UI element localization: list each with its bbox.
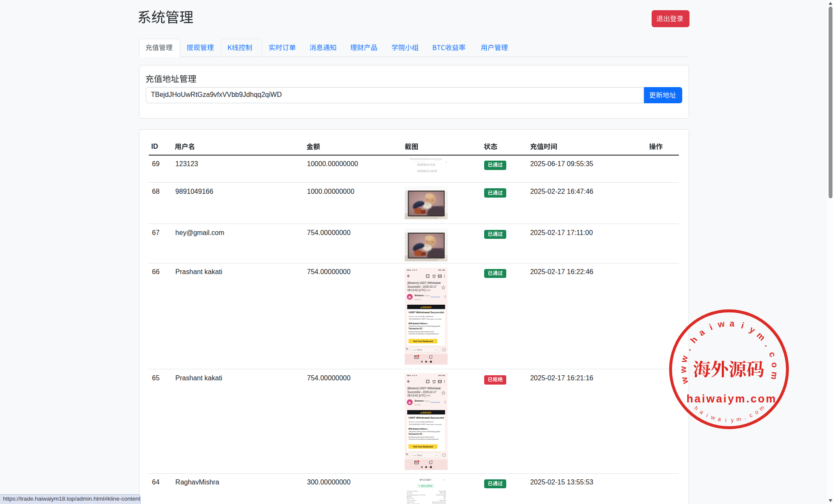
svg-text:↪: ↪ <box>436 454 437 456</box>
svg-text:b4190cd1ab1f15a6b7e48fcf1f1f1f: b4190cd1ab1f15a6b7e48fcf1f1f1f1 <box>408 436 434 438</box>
svg-text:o: o <box>753 408 759 416</box>
svg-text:w: w <box>678 376 689 385</box>
svg-text:Successful - 2025-02-17: Successful - 2025-02-17 <box>407 285 437 288</box>
svg-text:37b7455c25312f0e6e7ec6de623a65: 37b7455c25312f0e6e7ec6de623a65a01f <box>408 438 439 440</box>
svg-text:Withdrawal Address :: Withdrawal Address : <box>408 428 428 430</box>
svg-text:754.00000000 USDT from your ac: 754.00000000 USDT from your account. <box>408 423 442 425</box>
svg-text:c: c <box>767 350 778 358</box>
svg-text:10006.060 INR: 10006.060 INR <box>436 494 446 496</box>
svg-text:w: w <box>717 318 726 329</box>
svg-text:↪: ↪ <box>436 349 437 351</box>
svg-text:a: a <box>729 318 735 328</box>
svg-text:USDT Withdrawal Successful: USDT Withdrawal Successful <box>408 416 444 419</box>
svg-text:◆ BINANCE: ◆ BINANCE <box>420 411 431 413</box>
svg-text:Reply: Reply <box>417 349 422 351</box>
svg-text:m: m <box>769 371 780 380</box>
svg-text:y: y <box>731 416 734 423</box>
svg-text:TBejdJHoUwRtGza9vfxVVbb9Jdhqq2: TBejdJHoUwRtGza9vfxVVbb9Jdhqq2qiWD <box>408 325 440 327</box>
svg-text:w: w <box>710 413 716 421</box>
svg-text:754.00000000 USDT from your ac: 754.00000000 USDT from your account. <box>408 318 442 320</box>
svg-text:Binance: Binance <box>414 399 423 402</box>
svg-text:Successful - 2025-02-17: Successful - 2025-02-17 <box>407 390 437 393</box>
svg-text:a: a <box>698 408 705 416</box>
svg-text:w: w <box>678 354 689 364</box>
svg-text:to me ▾: to me ▾ <box>414 403 421 405</box>
svg-text:B: B <box>408 400 411 404</box>
svg-text:1:42 pm: 1:42 pm <box>424 294 430 297</box>
svg-text:Quantity: Quantity <box>407 492 412 494</box>
svg-text:37b7455c25312f0e6e7ec6de623a65: 37b7455c25312f0e6e7ec6de623a65a01f <box>408 333 439 335</box>
svg-text::: : <box>445 164 446 167</box>
svg-text:m: m <box>755 330 767 342</box>
svg-text:m: m <box>758 404 766 412</box>
svg-text:Transaction ID :: Transaction ID : <box>408 433 423 435</box>
svg-text:Withdrawal Address :: Withdrawal Address : <box>408 323 428 325</box>
svg-text:08:13:42 (UTC): 08:13:42 (UTC) <box>407 394 426 397</box>
svg-text:a: a <box>717 416 722 422</box>
svg-text:2025/6/13 9:51: 2025/6/13 9:51 <box>417 163 436 166</box>
svg-text:h: h <box>688 334 699 345</box>
svg-text:1:42 pm: 1:42 pm <box>424 399 430 402</box>
svg-text:m: m <box>736 416 741 423</box>
svg-text:B: B <box>408 295 411 299</box>
svg-text:Reply: Reply <box>417 454 422 456</box>
svg-text:to me ▾: to me ▾ <box>414 298 421 300</box>
svg-text:c: c <box>748 411 754 419</box>
svg-text:↩: ↩ <box>412 454 414 456</box>
svg-text:Weightedavg price in (Perp): Weightedavg price in (Perp) <box>407 494 425 496</box>
svg-text:Binance: Binance <box>414 294 423 297</box>
svg-text:.: . <box>445 173 446 176</box>
svg-text::: : <box>445 170 446 173</box>
svg-text:Unsubscribe: Unsubscribe <box>431 401 440 403</box>
svg-text:↩: ↩ <box>412 349 414 351</box>
svg-text:2025/6/13 16:09: 2025/6/13 16:09 <box>417 170 437 173</box>
svg-text:y: y <box>748 324 757 335</box>
svg-text:a: a <box>697 327 706 338</box>
svg-text:Inbox: Inbox <box>426 289 430 291</box>
svg-text:i: i <box>740 320 745 330</box>
svg-text:i: i <box>708 322 714 331</box>
svg-text:profit / loss: profit / loss <box>407 498 414 499</box>
svg-text:o: o <box>770 362 780 368</box>
svg-text:◆ BINANCE: ◆ BINANCE <box>420 306 431 309</box>
svg-text:TBejdJHoUwRtGza9vfxVVbb9Jdhqq2: TBejdJHoUwRtGza9vfxVVbb9Jdhqq2qiWD <box>408 430 440 432</box>
svg-text:[Binance] USDT Withdrawal: [Binance] USDT Withdrawal <box>407 281 440 285</box>
svg-text:You've successfully withdrawn: You've successfully withdrawn <box>408 420 434 422</box>
svg-text:Transaction ID :: Transaction ID : <box>408 328 423 330</box>
svg-text:+ 300.0000: + 300.0000 <box>418 484 432 487</box>
svg-text:300.0000: 300.0000 <box>440 492 446 494</box>
svg-text:i: i <box>725 416 726 423</box>
svg-text:08:13:42 (UTC): 08:13:42 (UTC) <box>407 289 426 292</box>
svg-text:Visit Your Dashboard: Visit Your Dashboard <box>413 445 433 447</box>
svg-text:i: i <box>705 412 709 418</box>
svg-text:.: . <box>743 414 746 420</box>
svg-text:Inbox: Inbox <box>426 395 430 396</box>
svg-text:1: 1 <box>445 161 447 164</box>
svg-text:Unsubscribe: Unsubscribe <box>431 296 440 298</box>
svg-text:h: h <box>693 405 699 411</box>
svg-text:Visit Your Dashboard: Visit Your Dashboard <box>413 340 432 343</box>
svg-text:[Binance] USDT Withdrawal: [Binance] USDT Withdrawal <box>407 387 440 390</box>
svg-text:Yes: Yes <box>443 498 446 499</box>
svg-text:You've successfully withdrawn: You've successfully withdrawn <box>408 315 434 317</box>
svg-text:w: w <box>678 366 688 373</box>
svg-text:BTC/USDT: BTC/USDT <box>420 479 431 481</box>
svg-text:b4190cd1ab1f15a6b7e48fcf1f1f1f: b4190cd1ab1f15a6b7e48fcf1f1f1f1 <box>408 331 434 333</box>
svg-text:USDT Withdrawal Successful: USDT Withdrawal Successful <box>408 311 444 314</box>
svg-text:.: . <box>683 345 692 352</box>
svg-text:.: . <box>763 341 772 348</box>
